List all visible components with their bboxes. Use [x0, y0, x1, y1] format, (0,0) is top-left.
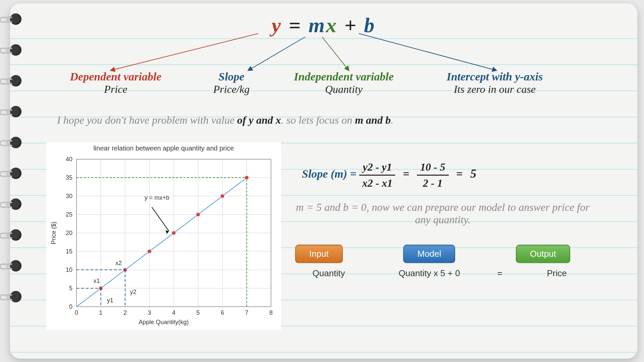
sub-eq: =: [496, 268, 503, 279]
svg-text:35: 35: [66, 174, 72, 181]
body-mid: . so lets focus on: [281, 114, 355, 126]
callout-slope: Slope Price/kg: [191, 70, 272, 96]
svg-text:linear relation between apple : linear relation between apple quantity a…: [93, 144, 234, 152]
svg-text:8: 8: [269, 309, 273, 316]
svg-text:y1: y1: [107, 297, 113, 304]
eq-m: m: [309, 14, 326, 37]
callout-slope-title: Slope: [191, 70, 272, 83]
svg-text:0: 0: [75, 309, 78, 316]
svg-text:6: 6: [221, 309, 224, 316]
callout-intercept-title: Intercept with y-axis: [423, 70, 567, 83]
slope-label: Slope (m) =: [302, 168, 359, 180]
sub-input: Quantity: [295, 268, 362, 279]
model-box-subrow: Quantity Quantity x 5 + 0 = Price: [295, 268, 590, 279]
svg-point-51: [196, 213, 200, 217]
chart: linear relation between apple quantity a…: [46, 142, 281, 330]
svg-text:3: 3: [148, 309, 151, 316]
eq-x: x: [326, 14, 338, 37]
body-mb: m and b: [355, 114, 391, 126]
svg-text:Apple Quantity(kg): Apple Quantity(kg): [139, 319, 189, 325]
svg-point-50: [172, 231, 176, 235]
notebook-page: y = mx + b Dependent variable Price Slop…: [10, 3, 637, 359]
svg-text:7: 7: [245, 309, 248, 316]
body-yx: of y and x: [237, 114, 281, 126]
svg-text:4: 4: [172, 309, 175, 316]
svg-text:20: 20: [66, 230, 72, 236]
callout-independent: Independent variable Quantity: [278, 70, 409, 96]
callout-dependent-title: Dependent variable: [50, 70, 181, 83]
output-box: Output: [516, 245, 570, 263]
svg-text:25: 25: [66, 211, 72, 218]
callout-dependent: Dependent variable Price: [50, 70, 181, 96]
body-pre: I hope you don't have problem with value: [57, 114, 237, 126]
slope-frac-numeric: 10 - 5 2 - 1: [417, 161, 449, 189]
equation: y = mx + b: [10, 13, 637, 37]
svg-text:15: 15: [66, 248, 72, 255]
callout-independent-title: Independent variable: [278, 70, 409, 83]
svg-point-52: [220, 194, 224, 198]
callout-intercept: Intercept with y-axis Its zero in our ca…: [423, 70, 567, 96]
svg-point-53: [245, 176, 249, 180]
slope-calculation: Slope (m) = y2 - y1 x2 - x1 = 10 - 5 2 -…: [302, 161, 476, 189]
svg-text:Price ($): Price ($): [50, 222, 57, 244]
eq-b: b: [364, 14, 376, 37]
slope-answer: 5: [470, 167, 476, 180]
input-box: Input: [295, 245, 343, 263]
callout-independent-sub: Quantity: [278, 83, 409, 96]
eq-equals: =: [282, 14, 308, 37]
svg-text:0: 0: [69, 303, 72, 310]
svg-text:30: 30: [66, 193, 72, 199]
svg-text:1: 1: [99, 309, 102, 316]
callout-intercept-sub: Its zero in our case: [423, 83, 567, 96]
body-sentence: I hope you don't have problem with value…: [57, 114, 393, 126]
svg-text:y2: y2: [130, 289, 137, 295]
model-box: Model: [403, 245, 455, 263]
eq-sign: =: [403, 168, 409, 180]
svg-text:5: 5: [196, 309, 200, 316]
eq-plus: +: [338, 14, 364, 37]
svg-point-49: [148, 249, 152, 253]
svg-text:5: 5: [69, 285, 72, 292]
eq-y: y: [272, 14, 282, 37]
slope-frac-symbolic: y2 - y1 x2 - x1: [359, 161, 395, 189]
svg-line-59: [152, 207, 169, 231]
model-box-row: Input Model Output: [295, 245, 570, 263]
svg-text:2: 2: [123, 309, 127, 316]
callout-slope-sub: Price/kg: [191, 83, 272, 96]
svg-text:10: 10: [66, 266, 72, 273]
svg-text:x1: x1: [94, 278, 100, 284]
model-note: m = 5 and b = 0, now we can prepare our …: [292, 201, 594, 226]
svg-text:40: 40: [66, 156, 72, 163]
svg-text:y = mx+b: y = mx+b: [145, 194, 169, 201]
body-post: .: [391, 114, 393, 126]
svg-text:x2: x2: [115, 260, 122, 266]
spiral-binding: [0, 13, 23, 302]
sub-model: Quantity x 5 + 0: [382, 268, 476, 279]
callout-dependent-sub: Price: [50, 83, 181, 96]
sub-output: Price: [523, 268, 590, 279]
